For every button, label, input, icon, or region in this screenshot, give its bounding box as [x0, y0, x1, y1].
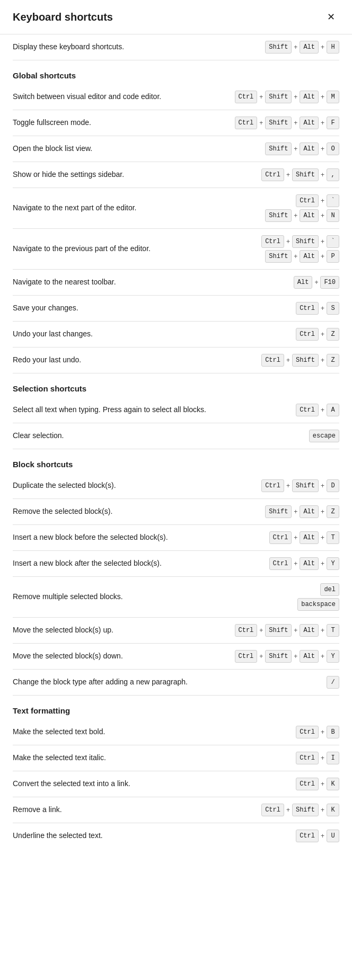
switch-editor-row: Switch between visual editor and code ed… — [13, 84, 339, 110]
key-combo: Ctrl + Shift + K — [261, 804, 339, 816]
key-shift: Shift — [265, 41, 292, 54]
clear-selection-row: Clear selection. escape — [13, 423, 339, 449]
nearest-toolbar-row: Navigate to the nearest toolbar. Alt + F… — [13, 270, 339, 296]
settings-sidebar-desc: Show or hide the settings sidebar. — [13, 170, 261, 180]
settings-sidebar-row: Show or hide the settings sidebar. Ctrl … — [13, 162, 339, 188]
prev-part-row: Navigate to the previous part of the edi… — [13, 229, 339, 270]
global-section-title: Global shortcuts — [13, 71, 76, 80]
fullscreen-keys: Ctrl + Shift + Alt + F — [235, 117, 339, 129]
nearest-toolbar-keys: Alt + F10 — [294, 276, 339, 289]
redo-keys: Ctrl + Shift + Z — [261, 354, 339, 367]
next-part-row: Navigate to the next part of the editor.… — [13, 188, 339, 229]
block-section-title: Block shortcuts — [13, 460, 73, 469]
fullscreen-desc: Toggle fullscreen mode. — [13, 118, 235, 128]
key-combo: Ctrl + Shift + Alt + Y — [235, 650, 339, 663]
move-up-desc: Move the selected block(s) up. — [13, 625, 235, 636]
link-keys: Ctrl + K — [296, 778, 339, 790]
prev-part-keys: Ctrl + Shift + ` Shift + Alt + P — [261, 235, 339, 263]
duplicate-block-row: Duplicate the selected block(s). Ctrl + … — [13, 473, 339, 499]
key-combo: backspace — [297, 598, 339, 611]
redo-row: Redo your last undo. Ctrl + Shift + Z — [13, 348, 339, 373]
next-part-desc: Navigate to the next part of the editor. — [13, 203, 265, 213]
underline-keys: Ctrl + U — [296, 830, 339, 842]
change-block-type-desc: Change the block type after adding a new… — [13, 677, 327, 688]
key-alt: Alt — [300, 41, 319, 54]
remove-multiple-desc: Remove multiple selected blocks. — [13, 592, 297, 602]
selection-section-header: Selection shortcuts — [13, 373, 339, 397]
undo-desc: Undo your last changes. — [13, 329, 296, 340]
text-formatting-section-header: Text formatting — [13, 696, 339, 719]
display-shortcuts-desc: Display these keyboard shortcuts. — [13, 42, 265, 52]
key-combo: Ctrl + I — [296, 752, 339, 764]
modal-title: Keyboard shortcuts — [13, 11, 113, 23]
key-combo: Ctrl + U — [296, 830, 339, 842]
duplicate-block-keys: Ctrl + Shift + D — [261, 479, 339, 492]
change-block-type-row: Change the block type after adding a new… — [13, 670, 339, 696]
nearest-toolbar-desc: Navigate to the nearest toolbar. — [13, 277, 294, 288]
settings-sidebar-keys: Ctrl + Shift + , — [261, 168, 339, 181]
italic-keys: Ctrl + I — [296, 752, 339, 764]
key-combo: Ctrl + Z — [296, 328, 339, 341]
text-formatting-section-title: Text formatting — [13, 706, 70, 715]
remove-block-keys: Shift + Alt + Z — [265, 505, 339, 518]
undo-keys: Ctrl + Z — [296, 328, 339, 341]
close-button[interactable]: ✕ — [322, 8, 339, 25]
save-keys: Ctrl + S — [296, 302, 339, 315]
remove-multiple-keys: del backspace — [297, 583, 339, 611]
insert-after-desc: Insert a new block after the selected bl… — [13, 558, 269, 569]
key-combo: Ctrl + K — [296, 778, 339, 790]
move-up-keys: Ctrl + Shift + Alt + T — [235, 624, 339, 637]
undo-row: Undo your last changes. Ctrl + Z — [13, 322, 339, 348]
duplicate-block-desc: Duplicate the selected block(s). — [13, 480, 261, 491]
link-row: Convert the selected text into a link. C… — [13, 771, 339, 797]
key-combo: Ctrl + Alt + Y — [269, 557, 339, 570]
key-combo: Alt + F10 — [294, 276, 339, 289]
key-combo: Shift + Alt + O — [265, 142, 339, 155]
italic-desc: Make the selected text italic. — [13, 753, 296, 763]
key-combo: Ctrl + Shift + Alt + T — [235, 624, 339, 637]
block-section-header: Block shortcuts — [13, 449, 339, 473]
remove-link-desc: Remove a link. — [13, 805, 261, 815]
select-all-keys: Ctrl + A — [296, 404, 339, 416]
key-combo: Ctrl + Shift + Alt + M — [235, 91, 339, 103]
key-combo: escape — [309, 430, 339, 442]
bold-keys: Ctrl + B — [296, 726, 339, 738]
remove-block-row: Remove the selected block(s). Shift + Al… — [13, 499, 339, 525]
fullscreen-row: Toggle fullscreen mode. Ctrl + Shift + A… — [13, 110, 339, 136]
remove-multiple-row: Remove multiple selected blocks. del bac… — [13, 577, 339, 618]
remove-link-keys: Ctrl + Shift + K — [261, 804, 339, 816]
redo-desc: Redo your last undo. — [13, 355, 261, 366]
key-combo: / — [327, 676, 339, 689]
key-combo: Ctrl + Shift + , — [261, 168, 339, 181]
insert-after-row: Insert a new block after the selected bl… — [13, 551, 339, 577]
italic-row: Make the selected text italic. Ctrl + I — [13, 745, 339, 771]
display-shortcuts-row: Display these keyboard shortcuts. Shift … — [13, 34, 339, 60]
switch-editor-keys: Ctrl + Shift + Alt + M — [235, 91, 339, 103]
key-h: H — [327, 41, 339, 54]
remove-block-desc: Remove the selected block(s). — [13, 506, 265, 517]
underline-desc: Underline the selected text. — [13, 831, 296, 841]
insert-before-desc: Insert a new block before the selected b… — [13, 532, 269, 543]
key-combo: Ctrl + B — [296, 726, 339, 738]
link-desc: Convert the selected text into a link. — [13, 779, 296, 789]
clear-selection-desc: Clear selection. — [13, 431, 309, 441]
modal-header: Keyboard shortcuts ✕ — [0, 0, 352, 34]
switch-editor-desc: Switch between visual editor and code ed… — [13, 92, 235, 102]
bold-desc: Make the selected text bold. — [13, 727, 296, 737]
key-combo: Ctrl + A — [296, 404, 339, 416]
shortcuts-content: Display these keyboard shortcuts. Shift … — [0, 34, 352, 849]
bold-row: Make the selected text bold. Ctrl + B — [13, 719, 339, 745]
key-combo: Shift + Alt + Z — [265, 505, 339, 518]
key-combo: Ctrl + Shift + ` — [261, 235, 339, 248]
move-down-keys: Ctrl + Shift + Alt + Y — [235, 650, 339, 663]
selection-section-title: Selection shortcuts — [13, 384, 86, 393]
key-combo: Shift + Alt + P — [265, 250, 339, 263]
next-part-keys: Ctrl + ` Shift + Alt + N — [265, 194, 339, 222]
key-combo: Ctrl + Shift + Z — [261, 354, 339, 367]
select-all-desc: Select all text when typing. Press again… — [13, 405, 296, 415]
change-block-type-keys: / — [327, 676, 339, 689]
key-combo: del — [320, 583, 339, 596]
move-up-row: Move the selected block(s) up. Ctrl + Sh… — [13, 618, 339, 644]
select-all-row: Select all text when typing. Press again… — [13, 397, 339, 423]
remove-link-row: Remove a link. Ctrl + Shift + K — [13, 797, 339, 823]
